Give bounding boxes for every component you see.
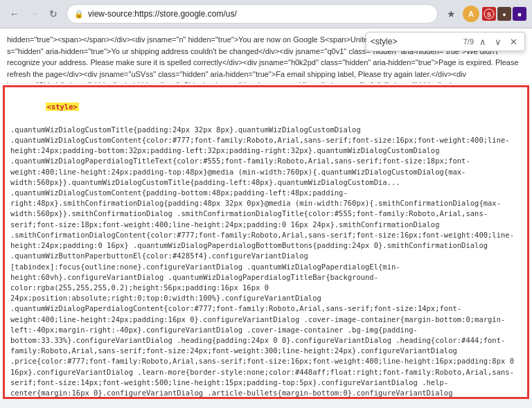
- extension-icons: S ● ■: [482, 7, 526, 21]
- source-line: .quantumWizDialogCustomContent{color:#77…: [10, 135, 522, 156]
- source-line: .quantumWizDialogCustomTitle{padding:24p…: [10, 125, 522, 135]
- source-highlight-line: <style>: [10, 91, 522, 123]
- toolbar-icons: ★ A S ● ■: [442, 5, 526, 23]
- svg-text:●: ●: [502, 11, 506, 18]
- source-view[interactable]: <style> .quantumWizDialogCustomTitle{pad…: [3, 85, 529, 399]
- find-count: 7/9: [463, 37, 474, 46]
- address-bar[interactable]: 🔒 view-source:https://store.google.com/u…: [66, 4, 438, 24]
- source-lines-container: .quantumWizDialogCustomTitle{padding:24p…: [10, 125, 522, 399]
- page-content: hidden="true"><span></span></div><div js…: [0, 28, 532, 399]
- nav-buttons: ← → ↻: [6, 5, 62, 23]
- bookmarks-icon[interactable]: ★: [442, 5, 460, 23]
- forward-button[interactable]: →: [25, 5, 43, 23]
- reload-button[interactable]: ↻: [44, 5, 62, 23]
- find-input[interactable]: [371, 37, 461, 46]
- style-tag-highlight: <style>: [46, 103, 79, 111]
- source-line: .quantumWizDialogPaperdialogContent{colo…: [10, 303, 522, 399]
- svg-text:■: ■: [517, 11, 521, 18]
- browser-chrome: ← → ↻ 🔒 view-source:https://store.google…: [0, 0, 532, 28]
- profile-avatar[interactable]: A: [463, 6, 479, 22]
- back-button[interactable]: ←: [6, 5, 24, 23]
- lock-icon: 🔒: [74, 10, 84, 19]
- source-line: 24px;position:absolute;right:0;top:0;wid…: [10, 293, 522, 303]
- url-text: view-source:https://store.google.com/us/: [88, 9, 430, 19]
- find-prev-button[interactable]: ∧: [477, 35, 489, 48]
- source-line: .smithConfirmationDialogContent{color:#7…: [10, 230, 522, 262]
- find-next-button[interactable]: ∨: [492, 35, 504, 48]
- ext-icon-1[interactable]: S: [482, 7, 496, 21]
- find-bar: 7/9 ∧ ∨ ✕: [366, 32, 525, 51]
- svg-text:S: S: [487, 11, 491, 18]
- ext-icon-2[interactable]: ●: [497, 7, 511, 21]
- source-line: .quantumWizDialogCustomContent{padding-b…: [10, 188, 522, 230]
- source-line: .quantumWizDialogPaperdialogTitleText{co…: [10, 156, 522, 188]
- browser-window: ← → ↻ 🔒 view-source:https://store.google…: [0, 0, 532, 399]
- ext-icon-3[interactable]: ■: [513, 7, 526, 21]
- browser-toolbar: ← → ↻ 🔒 view-source:https://store.google…: [6, 4, 526, 24]
- find-close-button[interactable]: ✕: [507, 35, 520, 48]
- source-line: [tabindex]:focus{outline:none}.configure…: [10, 262, 522, 294]
